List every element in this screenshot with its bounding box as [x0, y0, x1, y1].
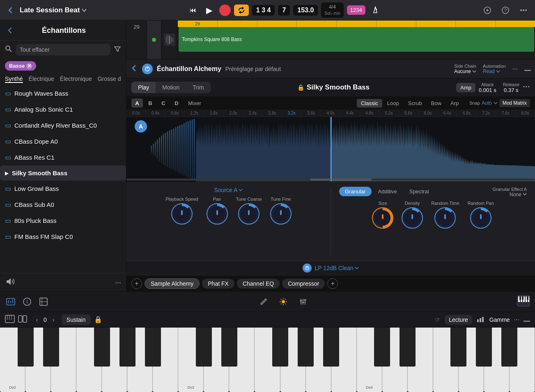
plugin-collapse-button[interactable]: [524, 65, 531, 73]
key-fs4[interactable]: [450, 328, 466, 367]
key-gs3[interactable]: [298, 328, 314, 367]
loop-button[interactable]: [234, 5, 249, 16]
waveform-display[interactable]: 0.0s 0.4s 0.8s 1.2s 1.6s 2.0s 2.4s 2.8s …: [126, 110, 535, 181]
keyboard-split-icon[interactable]: [18, 315, 27, 324]
lecture-button[interactable]: Lecture: [445, 315, 472, 325]
list-item[interactable]: ▭ 80s Pluck Bass: [0, 213, 126, 229]
help-icon[interactable]: ?: [499, 4, 512, 17]
share-icon[interactable]: [481, 4, 494, 17]
mode-loop[interactable]: Loop: [383, 99, 403, 108]
list-item[interactable]: ▭ Low Growl Bass: [0, 181, 126, 197]
info-icon[interactable]: i: [21, 296, 33, 307]
more-options-icon[interactable]: [517, 4, 530, 17]
project-title[interactable]: Late Session Beat: [20, 6, 87, 14]
keyboard-collapse-button[interactable]: [524, 316, 530, 323]
nav-tab-d[interactable]: D: [171, 99, 182, 108]
pencil-icon[interactable]: [258, 296, 269, 307]
mode-scrub[interactable]: Scrub: [404, 99, 426, 108]
nav-tab-b[interactable]: B: [145, 99, 156, 108]
nav-tab-c[interactable]: C: [158, 99, 169, 108]
mixer-icon[interactable]: [297, 296, 309, 307]
plugin-tab-sample-alchemy[interactable]: Sample Alchemy: [145, 278, 200, 289]
list-item[interactable]: ▭ FM Bass FM Slap C0: [0, 229, 126, 245]
hand-icon[interactable]: ☞: [435, 316, 441, 323]
list-item[interactable]: ▭ ABass Res C1: [0, 149, 126, 165]
tune-coarse-knob[interactable]: [238, 203, 259, 225]
key-cs2[interactable]: [18, 328, 34, 367]
category-electrique[interactable]: Électrique: [29, 76, 54, 83]
velocity-icon[interactable]: [476, 315, 485, 324]
plugin-tab-channel-eq[interactable]: Channel EQ: [237, 279, 280, 289]
plugin-more-button[interactable]: ···: [512, 65, 518, 73]
category-electronique[interactable]: Électronique: [60, 76, 92, 83]
key-as2[interactable]: [145, 328, 161, 367]
sidebar-more-button[interactable]: ···: [115, 278, 121, 287]
play-button[interactable]: ▶: [203, 4, 216, 17]
key-as3[interactable]: [323, 328, 339, 367]
amp-button[interactable]: Amp: [456, 83, 475, 92]
filter-name[interactable]: LP 12dB Clean: [315, 265, 359, 271]
random-time-knob[interactable]: [434, 207, 456, 229]
mod-matrix-button[interactable]: Mod Matrix: [499, 99, 530, 107]
pan-knob[interactable]: [207, 203, 228, 225]
piano-roll-icon[interactable]: [517, 295, 530, 308]
filter-icon[interactable]: [114, 45, 121, 54]
key-gs4[interactable]: [476, 328, 492, 367]
tab-motion[interactable]: Motion: [156, 82, 186, 93]
lock-keyboard-icon[interactable]: 🔒: [94, 316, 102, 323]
count-in-button[interactable]: 1234: [347, 5, 365, 15]
octave-up-button[interactable]: ›: [48, 315, 58, 325]
keyboard-layout-icon[interactable]: [5, 315, 15, 325]
key-cs3[interactable]: [196, 328, 212, 367]
tab-spectral[interactable]: Spectral: [404, 187, 435, 196]
tab-play[interactable]: Play: [131, 82, 156, 93]
category-synth[interactable]: Synthé: [5, 76, 23, 83]
sustain-button[interactable]: Sustain: [62, 314, 91, 325]
mode-arp[interactable]: Arp: [446, 99, 463, 108]
key-fs3[interactable]: [272, 328, 288, 367]
smart-controls-icon[interactable]: [5, 296, 16, 307]
keyboard-more-button[interactable]: ···: [514, 316, 519, 323]
side-chain-control[interactable]: Side Chain Aucune: [454, 64, 476, 74]
nav-tab-mixer[interactable]: Mixer: [184, 100, 205, 106]
playback-speed-knob[interactable]: [171, 203, 193, 225]
record-button[interactable]: [219, 5, 231, 16]
list-item[interactable]: ▭ Cortlandt Alley River Bass_C0: [0, 117, 126, 133]
editor-icon[interactable]: [38, 296, 49, 307]
tab-trim[interactable]: Trim: [186, 82, 210, 93]
volume-icon[interactable]: [5, 277, 16, 287]
plugin-back-button[interactable]: [131, 64, 138, 73]
tune-fine-knob[interactable]: [270, 203, 292, 225]
tab-granular[interactable]: Granular: [339, 187, 372, 196]
key-cs4[interactable]: [374, 328, 390, 367]
source-title[interactable]: Source A: [135, 187, 322, 193]
key-fs2[interactable]: [94, 328, 110, 367]
track-region[interactable]: Tompkins Square 808 Bass: [179, 27, 534, 52]
sidebar-close-button[interactable]: [5, 25, 15, 35]
track-status-led[interactable]: [152, 38, 156, 42]
density-knob[interactable]: [402, 207, 423, 229]
list-item[interactable]: ▭ CBass Sub A0: [0, 197, 126, 213]
list-item[interactable]: ▭ Analog Sub Sonic C1: [0, 101, 126, 117]
key-gs2[interactable]: [119, 328, 135, 367]
waveform-more-button[interactable]: [523, 83, 530, 92]
nav-tab-a[interactable]: A: [131, 99, 143, 108]
plugin-power-button[interactable]: [142, 64, 153, 74]
metronome-button[interactable]: [369, 4, 382, 17]
plugin-tab-phat-fx[interactable]: Phat FX: [202, 279, 234, 289]
gamme-button[interactable]: Gamme: [489, 316, 510, 323]
automation-control[interactable]: Automation Read: [483, 64, 506, 74]
size-knob[interactable]: [372, 207, 393, 229]
filter-power-button[interactable]: [303, 264, 312, 273]
key-ds3[interactable]: [221, 328, 237, 367]
octave-down-button[interactable]: ‹: [32, 315, 42, 325]
random-pan-knob[interactable]: [470, 207, 491, 229]
list-item[interactable]: ▭ Rough Waves Bass: [0, 85, 126, 101]
tab-additive[interactable]: Additive: [372, 187, 403, 196]
plugin-tab-compressor[interactable]: Compressor: [282, 279, 325, 289]
remove-tag-button[interactable]: ✕: [26, 63, 32, 69]
back-button[interactable]: [5, 5, 16, 16]
search-input[interactable]: Tout effacer: [16, 44, 110, 55]
brightness-icon[interactable]: [278, 296, 289, 307]
key-ds4[interactable]: [400, 328, 416, 367]
